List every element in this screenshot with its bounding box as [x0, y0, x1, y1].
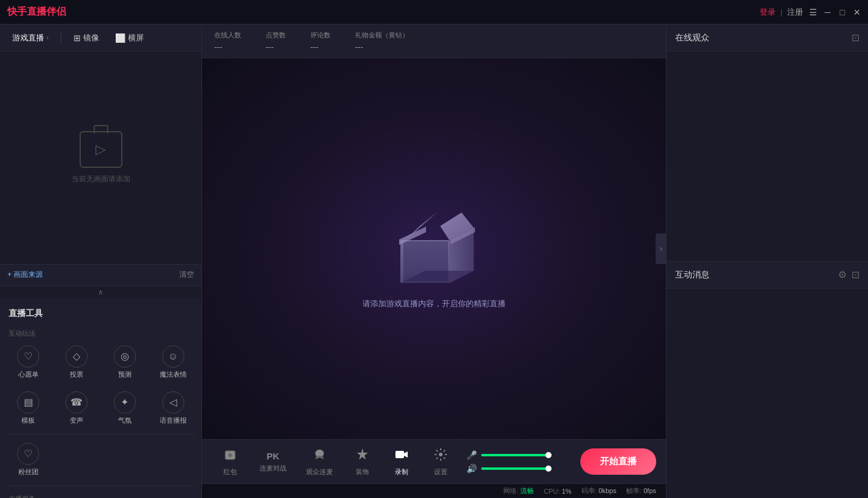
predict-label: 预测 — [118, 370, 132, 379]
stat-online-value: --- — [214, 42, 241, 51]
preview-area: 请添加游戏直播内容，开启你的精彩直播 › — [202, 58, 666, 439]
nav-separator — [61, 33, 61, 43]
voice-change-icon: ☎ — [65, 391, 88, 413]
audience-link-icon — [312, 447, 327, 465]
stat-online: 在线人数 --- — [214, 31, 241, 51]
nav-game-live[interactable]: 游戏直播 › — [6, 30, 54, 46]
toolbar-red-packet[interactable]: 红包 — [212, 443, 249, 480]
cpu-value: 1% — [562, 488, 572, 495]
section-divider — [6, 434, 195, 434]
toolbar-record[interactable]: 录制 — [383, 443, 420, 480]
audience-link-label: 观众连麦 — [306, 467, 333, 477]
toolbar-audience-link[interactable]: 观众连麦 — [297, 443, 342, 480]
online-audience-title: 在线观众 — [675, 32, 847, 43]
landscape-icon: ⬜ — [115, 33, 125, 43]
stat-comments-label: 评论数 — [310, 31, 331, 40]
decoration-label: 装饰 — [356, 467, 369, 477]
main-layout: 游戏直播 › ⊞ 镜像 ⬜ 横屏 ▷ 当前无画面请添加 + 画面来源 清空 — [0, 25, 868, 498]
start-live-btn[interactable]: 开始直播 — [580, 448, 656, 475]
vote-icon: ◇ — [65, 345, 88, 368]
anchor-section-label: 主播服务 — [6, 491, 195, 499]
right-collapse-btn[interactable]: › — [656, 233, 667, 264]
mic-slider[interactable] — [481, 454, 552, 456]
audience-expand-icon[interactable]: ⊡ — [851, 32, 859, 43]
status-bar: 网络: 流畅 CPU: 1% 码率: 0kbps 帧率: 0fps — [202, 483, 666, 498]
speaker-icon: 🔊 — [466, 464, 476, 473]
interactive-messages-content — [667, 289, 868, 498]
left-panel: 游戏直播 › ⊞ 镜像 ⬜ 横屏 ▷ 当前无画面请添加 + 画面来源 清空 — [0, 25, 202, 498]
scene-placeholder-icon: ▷ — [80, 131, 122, 168]
menu-btn[interactable]: ☰ — [808, 7, 818, 17]
messages-expand-icon[interactable]: ⊡ — [851, 269, 859, 281]
interactive-section-label: 互动玩法 — [6, 325, 195, 342]
tool-predict[interactable]: ◎ 预测 — [103, 342, 148, 383]
chevron-up-icon: ∧ — [98, 288, 103, 296]
network-status: 网络: 流畅 — [503, 486, 534, 496]
cpu-label: CPU: — [544, 488, 559, 495]
chevron-right-icon: › — [47, 34, 48, 41]
settings-icon — [433, 447, 448, 465]
tool-voice-change[interactable]: ☎ 变声 — [54, 388, 99, 429]
pk-label: 连麦对战 — [260, 464, 286, 473]
decoration-icon — [355, 447, 370, 465]
svg-marker-5 — [403, 241, 448, 281]
bottom-toolbar: 红包 PK 连麦对战 观众连麦 — [202, 439, 666, 483]
toolbar-settings[interactable]: 设置 — [422, 443, 459, 480]
wishlist-label: 心愿单 — [18, 370, 39, 379]
login-btn[interactable]: 登录 — [760, 7, 776, 18]
record-label: 录制 — [395, 467, 408, 477]
section-divider2 — [6, 485, 195, 486]
speaker-slider[interactable] — [481, 467, 552, 470]
tool-voice-report[interactable]: ◁ 语音播报 — [151, 388, 195, 429]
scene-area: ▷ 当前无画面请添加 — [0, 51, 201, 264]
speaker-row: 🔊 — [466, 464, 568, 473]
voice-change-label: 变声 — [70, 416, 83, 425]
stat-likes: 点赞数 --- — [266, 31, 286, 51]
magic-face-label: 魔法表情 — [160, 370, 187, 379]
fps-label: 帧率: — [626, 487, 642, 494]
scene-hint: 当前无画面请添加 — [72, 174, 130, 184]
bitrate-value: 0kbps — [599, 487, 616, 494]
close-btn[interactable]: ✕ — [852, 7, 862, 17]
tools-title: 直播工具 — [6, 304, 195, 325]
settings-label: 设置 — [434, 467, 447, 477]
nav-mirror[interactable]: ⊞ 镜像 — [67, 30, 105, 46]
add-source-btn[interactable]: + 画面来源 — [7, 270, 43, 280]
stats-bar: 在线人数 --- 点赞数 --- 评论数 --- 礼物金额（黄钻） --- — [202, 25, 666, 58]
collapse-btn[interactable]: ∧ — [0, 286, 201, 298]
tools-panel: 直播工具 互动玩法 ♡ 心愿单 ◇ 投票 ◎ 预测 ☺ 魔法表情 — [0, 298, 201, 499]
messages-settings-icon[interactable]: ⚙ — [838, 269, 847, 281]
register-btn[interactable]: 注册 — [787, 7, 803, 18]
template-label: 模板 — [21, 416, 35, 425]
right-panel: 在线观众 ⊡ 互动消息 ⚙ ⊡ — [666, 25, 868, 498]
stat-online-label: 在线人数 — [214, 31, 241, 40]
network-label: 网络: — [503, 487, 518, 494]
tool-fans-group[interactable]: ♡ 粉丝团 — [6, 439, 51, 480]
tool-wishlist[interactable]: ♡ 心愿单 — [6, 342, 51, 383]
stat-likes-value: --- — [266, 42, 286, 51]
maximize-btn[interactable]: □ — [837, 7, 847, 17]
fans-section: ♡ 粉丝团 — [6, 439, 195, 480]
voice-report-label: 语音播报 — [160, 416, 187, 425]
tool-template[interactable]: ▤ 模板 — [6, 388, 51, 429]
record-icon — [394, 447, 409, 465]
tool-magic-face[interactable]: ☺ 魔法表情 — [151, 342, 195, 383]
tool-vote[interactable]: ◇ 投票 — [54, 342, 99, 383]
atmosphere-icon: ✦ — [114, 391, 136, 413]
network-value: 流畅 — [520, 487, 534, 494]
interactive-messages-title: 互动消息 — [675, 270, 833, 281]
center-area: 在线人数 --- 点赞数 --- 评论数 --- 礼物金额（黄钻） --- — [202, 25, 666, 498]
nav-landscape[interactable]: ⬜ 横屏 — [109, 30, 150, 46]
stat-likes-label: 点赞数 — [266, 31, 286, 40]
toolbar-decoration[interactable]: 装饰 — [344, 443, 381, 480]
cpu-status: CPU: 1% — [544, 488, 571, 495]
toolbar-pk[interactable]: PK 连麦对战 — [251, 447, 295, 477]
tool-atmosphere[interactable]: ✦ 气氛 — [103, 388, 148, 429]
online-audience-content — [667, 51, 868, 261]
landscape-label: 横屏 — [128, 32, 144, 43]
pk-icon: PK — [267, 451, 280, 461]
tools-grid-row1: ♡ 心愿单 ◇ 投票 ◎ 预测 ☺ 魔法表情 — [6, 342, 195, 383]
fans-grid: ♡ 粉丝团 — [6, 439, 195, 480]
minimize-btn[interactable]: ─ — [823, 7, 832, 17]
clear-btn[interactable]: 清空 — [179, 270, 194, 280]
